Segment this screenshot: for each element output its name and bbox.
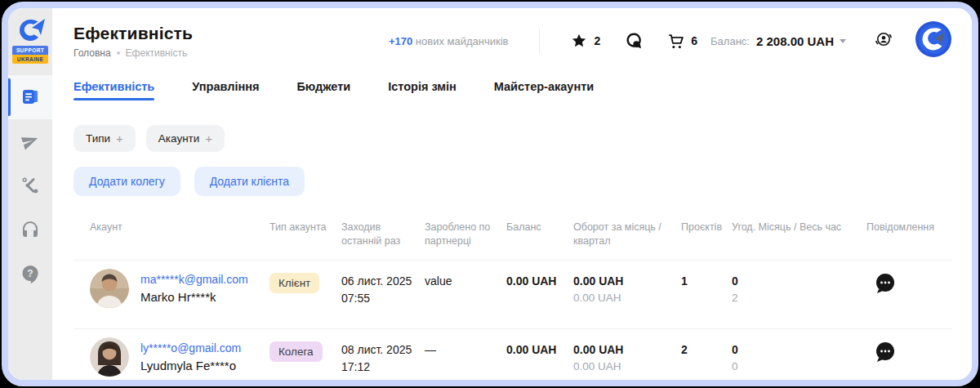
table-row: ma*****k@gmail.com Marko Hr****k Клієнт … (74, 260, 952, 328)
account-name: Lyudmyla Fe****o (140, 359, 241, 372)
balance-dropdown[interactable]: Баланс: 2 208.00 UAH (710, 34, 846, 48)
col-balance: Баланс (506, 221, 573, 248)
tools-icon (20, 176, 40, 195)
app-window: SUPPORT UKRAINE (2, 2, 978, 386)
page-header: Ефективність Головна Ефективність +170 н… (52, 8, 972, 74)
col-partner-earned: Зароблено по партнерці (425, 221, 506, 248)
accounts-table: Акаунт Тип акаунта Заходив останній раз … (74, 221, 952, 386)
account-email[interactable]: ly*****o@gmail.com (140, 341, 241, 355)
tab-master-accounts[interactable]: Майстер-акаунти (494, 80, 594, 104)
deals-month: 0 (732, 343, 866, 356)
turnover-cell: 0.00 UAH 0.00 UAH (573, 261, 681, 304)
account-type-badge: Клієнт (270, 273, 319, 293)
type-cell: Колега (270, 329, 341, 362)
add-client-button[interactable]: Додати клієнта (194, 167, 305, 196)
breadcrumb-separator (117, 51, 120, 55)
filter-types[interactable]: Типи + (74, 125, 136, 152)
app-logo[interactable]: SUPPORT UKRAINE (12, 8, 48, 64)
cart-count: 6 (691, 34, 697, 47)
projects-cell: 2 (681, 329, 732, 356)
turnover-month: 0.00 UAH (573, 343, 681, 356)
deals-total: 2 (732, 292, 866, 304)
message-button[interactable] (866, 261, 952, 299)
last-visit-cell: 06 лист. 2025 07:55 (341, 261, 425, 305)
deals-cell: 0 2 (732, 261, 866, 304)
tab-bar: Ефективність Управління Бюджети Історія … (52, 74, 972, 104)
sidebar-item-help[interactable]: ? (8, 252, 52, 296)
message-bubble-icon (873, 340, 898, 364)
turnover-cell: 0.00 UAH 0.00 UAH (573, 329, 681, 372)
last-visit-cell: 08 лист. 2025 17:12 (341, 329, 425, 373)
breadcrumb-home[interactable]: Головна (74, 47, 111, 59)
turnover-quarter: 0.00 UAH (573, 292, 681, 304)
plus-icon: + (205, 132, 212, 145)
ukraine-label: UKRAINE (12, 55, 48, 64)
main-content: Ефективність Головна Ефективність +170 н… (52, 8, 972, 380)
new-platforms-link[interactable]: +170 нових майданчиків (389, 35, 509, 47)
support-label: SUPPORT (12, 46, 48, 55)
sidebar-item-tools[interactable] (8, 163, 52, 207)
tab-change-history[interactable]: Історія змін (388, 80, 457, 104)
sidebar: SUPPORT UKRAINE (8, 8, 52, 380)
add-colleague-button[interactable]: Додати колегу (74, 167, 180, 196)
new-platforms-count: +170 (389, 35, 412, 47)
voice-notification-button[interactable] (874, 29, 893, 52)
partner-earned-cell: value (425, 261, 506, 288)
header-divider (539, 29, 540, 53)
account-name: Marko Hr****k (140, 290, 248, 304)
chat-icon (625, 32, 643, 50)
account-cell: ly*****o@gmail.com Lyudmyla Fe****o (90, 329, 270, 377)
account-type-badge: Колега (270, 341, 323, 362)
account-logo-button[interactable] (915, 20, 952, 61)
tab-management[interactable]: Управління (192, 80, 259, 104)
sidebar-item-support[interactable] (8, 207, 52, 252)
sidebar-item-send[interactable] (8, 119, 52, 163)
action-bar: Додати колегу Додати клієнта (52, 152, 972, 196)
new-platforms-label: нових майданчиків (416, 35, 509, 47)
account-identity: ly*****o@gmail.com Lyudmyla Fe****o (140, 341, 241, 372)
last-visit-date: 06 лист. 2025 (341, 274, 425, 288)
filter-types-label: Типи (86, 132, 110, 145)
deals-month: 0 (732, 274, 866, 288)
message-bubble-icon (873, 271, 898, 296)
plus-icon: + (116, 132, 123, 145)
cart-counter[interactable]: 6 (667, 33, 697, 50)
last-visit-time: 07:55 (341, 292, 425, 305)
message-button[interactable] (866, 329, 952, 368)
headset-icon (20, 220, 40, 239)
account-logo-icon (915, 20, 952, 58)
turnover-quarter: 0.00 UAH (573, 360, 681, 372)
account-identity: ma*****k@gmail.com Marko Hr****k (140, 273, 248, 304)
star-icon (571, 33, 587, 49)
col-deals: Угод. Місяць / Весь час (732, 221, 866, 248)
sidebar-nav: ? (8, 75, 52, 296)
account-cell: ma*****k@gmail.com Marko Hr****k (90, 261, 270, 308)
col-account-type: Тип акаунта (270, 221, 341, 248)
breadcrumb: Головна Ефективність (74, 47, 193, 59)
tab-effectiveness[interactable]: Ефективність (74, 80, 154, 104)
chat-counter[interactable] (625, 32, 643, 50)
filter-accounts[interactable]: Акаунти + (146, 125, 225, 152)
chevron-down-icon (840, 39, 846, 43)
table-header: Акаунт Тип акаунта Заходив останній раз … (74, 221, 952, 260)
balance-label: Баланс: (710, 35, 750, 47)
tab-budgets[interactable]: Бюджети (296, 80, 350, 104)
last-visit-date: 08 лист. 2025 (341, 343, 425, 356)
avatar (90, 337, 129, 377)
breadcrumb-current: Ефективність (126, 47, 188, 59)
deals-cell: 0 0 (732, 329, 866, 372)
avatar (90, 269, 129, 308)
sidebar-item-feed[interactable] (8, 75, 52, 119)
favorites-counter[interactable]: 2 (571, 33, 600, 49)
svg-text:?: ? (27, 268, 33, 279)
page-title: Ефективність (74, 24, 193, 43)
account-email[interactable]: ma*****k@gmail.com (140, 273, 248, 286)
col-turnover: Оборот за місяць / квартал (573, 221, 681, 248)
send-icon (20, 132, 40, 151)
favorites-count: 2 (594, 34, 600, 47)
cart-icon (667, 33, 684, 50)
col-account: Акаунт (90, 221, 270, 248)
filter-bar: Типи + Акаунти + (52, 104, 972, 152)
balance-cell: 0.00 UAH (506, 329, 573, 356)
partner-earned-cell: — (425, 329, 506, 356)
